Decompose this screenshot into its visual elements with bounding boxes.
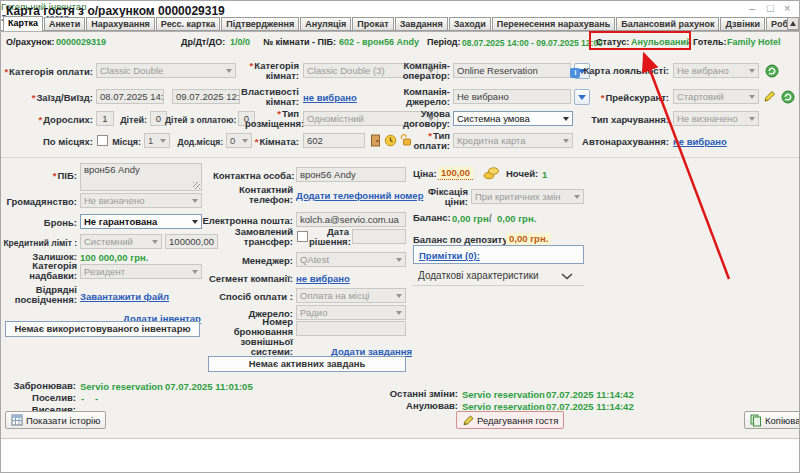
tab-zahody[interactable]: Заходи (449, 17, 491, 31)
close-icon[interactable]: × (784, 2, 790, 14)
extra-characteristics-divider (413, 285, 584, 286)
add-phone-link[interactable]: Додати телефонний номер (296, 190, 423, 201)
coins-icon[interactable] (483, 166, 500, 180)
tab-narahuvannya[interactable]: Нарахування (86, 17, 155, 31)
checked-in-label: Поселив: (1, 393, 76, 403)
chevron-down-icon[interactable] (561, 273, 573, 280)
chevron-down-icon (749, 117, 755, 121)
room-clock-icon[interactable] (384, 134, 397, 147)
room-number-label: *Кімната: (253, 137, 299, 147)
room-props-link[interactable]: не вибрано (303, 92, 357, 103)
email-field[interactable]: kolch.a@servio.com.ua (296, 212, 406, 227)
placement-type-label: *Тип розміщення: (245, 109, 299, 129)
credit-limit-select[interactable]: Системний (80, 234, 162, 249)
guest-card-window: Карта гостя з о/рахунком 0000029319 – □ … (0, 0, 800, 473)
pricelist-refresh-icon[interactable] (781, 90, 795, 104)
tab-kartka[interactable]: Картка (3, 16, 43, 31)
pay-method-label: Спосіб оплати : (216, 292, 293, 302)
tab-zavdannya[interactable]: Завдання (395, 17, 448, 31)
external-booking-field[interactable] (296, 321, 406, 336)
contract-condition-select[interactable]: Системна умова (453, 111, 573, 126)
tab-pidtverdzhennya[interactable]: Підтвердження (221, 17, 299, 31)
checked-in-at-value: - (95, 393, 98, 404)
chevron-down-icon (749, 69, 755, 73)
pay-type-select[interactable]: Кредитна карта (453, 133, 573, 148)
places-label: Місця: (105, 137, 141, 147)
travel-docs-upload-link[interactable]: Завантажити файл (80, 291, 169, 302)
credit-limit-amount-field[interactable]: 100000,00 (165, 234, 218, 249)
copy-icon (750, 414, 762, 427)
inventory-empty-box: Немає використовуваного інвентарю (5, 321, 200, 337)
operator-company-field[interactable]: Online Reservation (453, 63, 571, 78)
room-category-label: *Категорія кімнат: (239, 61, 299, 81)
tab-balansovyi-rahunok[interactable]: Балансовий рахунок (616, 17, 719, 31)
name-textarea[interactable]: врон56 Andy (80, 163, 202, 191)
minimize-icon[interactable]: – (749, 2, 755, 14)
pricelist-select[interactable]: Стартовий (673, 89, 759, 104)
checkin-field[interactable]: 08.07.2025 14:00 (96, 89, 164, 104)
chevron-down-icon (192, 199, 198, 203)
tab-ress-kartka[interactable]: Ресс. картка (156, 17, 220, 31)
price-fix-select[interactable]: При критичних змін (471, 189, 584, 204)
decision-date-field[interactable] (352, 229, 406, 244)
markup-category-label: Категорія надбавки: (19, 261, 77, 281)
chevron-down-icon (192, 220, 198, 224)
citizenship-select[interactable]: Не визначено (80, 193, 202, 208)
maximize-icon[interactable]: □ (767, 2, 774, 14)
tab-dzvinky[interactable]: Дзвінки (720, 17, 765, 31)
source-select[interactable]: Радио (296, 305, 406, 320)
copy-button[interactable]: Копіювати (744, 411, 800, 429)
room-number-field[interactable]: 602 (303, 133, 365, 148)
meal-type-select[interactable]: Не визначено (673, 111, 759, 126)
checkout-field[interactable]: 09.07.2025 12:00 (172, 89, 240, 104)
deposit-balance-label: Баланс по депозиту: (413, 235, 503, 245)
loyalty-card-label: iКарта лояльності: (561, 66, 669, 78)
dr-dt-do-label: Др/Дт/ДО: (181, 37, 225, 47)
transfer-checkbox[interactable] (297, 231, 308, 242)
info-icon: i (570, 68, 580, 78)
reservation-select[interactable]: Не гарантована (80, 214, 202, 229)
name-label: *ПІБ: (1, 171, 77, 181)
extra-characteristics-header[interactable]: Додаткові характеристики (418, 270, 539, 281)
tab-prokat[interactable]: Прокат (352, 17, 393, 31)
balance-separator: / (489, 213, 495, 223)
pay-method-select[interactable]: Оплата на місці (296, 288, 406, 303)
contact-person-field[interactable]: врон56 Andy (296, 167, 406, 182)
autocharge-link[interactable]: не вибрано (673, 136, 727, 147)
tab-anulyatsiya[interactable]: Ануляція (300, 17, 351, 31)
loyalty-refresh-icon[interactable] (765, 64, 779, 78)
extra-places-select[interactable]: 0 (226, 133, 252, 148)
chevron-down-icon (242, 139, 248, 143)
pay-category-select[interactable]: Classic Double (96, 63, 236, 78)
section-divider (1, 157, 800, 158)
price-value[interactable]: 100,00 (438, 167, 473, 180)
source-company-field[interactable]: Не вибрано (453, 89, 571, 104)
bottom-strip (1, 438, 800, 473)
period-value: 08.07.2025 14:00 - 09.07.2025 12:00 (462, 38, 603, 48)
transfer-label: Замовлений трансфер: (223, 227, 293, 247)
tab-scroll-button[interactable] (787, 17, 799, 30)
price-label: Ціна: (413, 169, 435, 179)
show-history-button[interactable]: Показати історію (5, 411, 106, 429)
edit-guest-button[interactable]: Редагування гостя (456, 411, 564, 429)
tab-perenesennya-narahuvan[interactable]: Перенесення нарахувань (492, 17, 615, 31)
room-door-icon[interactable] (369, 134, 382, 147)
loyalty-card-select[interactable]: Не вибрано (673, 63, 759, 78)
manager-label: Менеджер: (216, 256, 293, 266)
dr-dt-do-value: 1/0/0 (230, 37, 250, 47)
markup-category-select[interactable]: Резидент (80, 264, 202, 279)
company-segment-link[interactable]: не вибрано (296, 273, 350, 284)
manager-select[interactable]: QAtest (296, 252, 406, 267)
balance-value-1: 0,00 грн. (452, 213, 491, 224)
pricelist-edit-icon[interactable] (763, 90, 776, 103)
period-label: Період: (427, 37, 461, 47)
pricelist-label: *Прейскурант: (586, 93, 669, 103)
hotel-label: Готель: (693, 37, 727, 47)
balance-value-2: 0,00 грн. (497, 213, 536, 224)
notes-link[interactable]: Примітки (0): (419, 250, 480, 261)
tab-ankety[interactable]: Анкети (44, 17, 85, 31)
resize-grip-icon[interactable] (193, 182, 200, 189)
contract-condition-label: Умова договору: (394, 109, 450, 129)
tasks-empty-box: Немає активних завдань (208, 356, 406, 372)
places-select[interactable]: 1 (144, 133, 170, 148)
